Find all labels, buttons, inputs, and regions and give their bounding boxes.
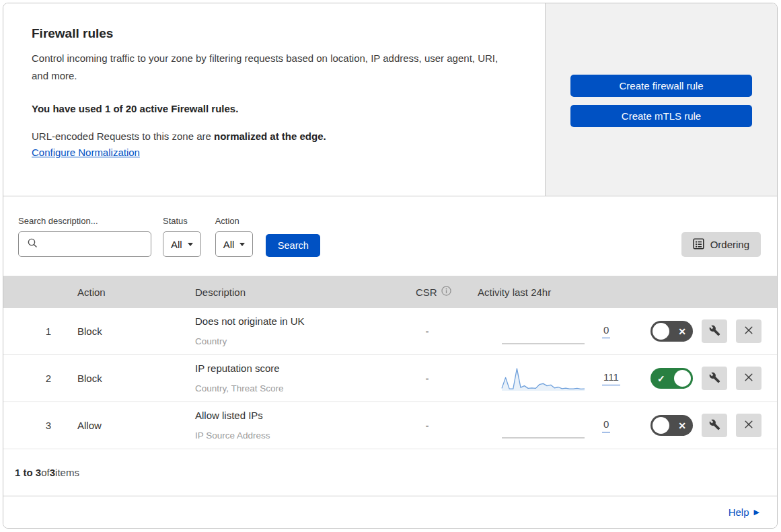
action-dropdown-value: All — [223, 239, 235, 250]
toggle-knob — [653, 417, 669, 434]
rule-controls: ✕ — [629, 319, 777, 343]
configure-normalization-link[interactable]: Configure Normalization — [32, 147, 140, 158]
search-input-box[interactable] — [18, 231, 151, 257]
pagination-range: 1 to 3 — [15, 467, 41, 478]
csr-header-label: CSR — [416, 287, 437, 298]
rule-action: Allow — [64, 420, 182, 431]
actions-panel: Create firewall rule Create mTLS rule — [546, 3, 777, 196]
delete-rule-button[interactable] — [736, 319, 761, 343]
chevron-down-icon — [188, 243, 193, 246]
close-icon — [743, 372, 754, 385]
wrench-icon — [709, 325, 720, 338]
rule-fields: IP Source Address — [195, 427, 394, 445]
ordering-button-label: Ordering — [710, 239, 749, 250]
rule-csr: - — [394, 420, 461, 431]
rule-enabled-toggle[interactable]: ✕ — [650, 415, 693, 436]
search-icon — [27, 237, 38, 251]
filter-bar: Search description... Status All Action … — [3, 196, 777, 276]
help-link-label: Help — [729, 506, 749, 518]
rule-description-cell: Does not originate in UK Country — [182, 313, 394, 350]
toggle-state-icon: ✓ — [657, 374, 665, 383]
table-row: 3 Allow Allow listed IPs IP Source Addre… — [3, 402, 777, 449]
toggle-knob — [674, 370, 691, 387]
create-firewall-rule-button[interactable]: Create firewall rule — [570, 75, 752, 97]
activity-sparkline — [501, 365, 585, 392]
wrench-icon — [709, 372, 720, 385]
pagination-total: 3 — [50, 467, 55, 478]
usage-summary: You have used 1 of 20 active Firewall ru… — [32, 103, 517, 114]
action-label: Action — [215, 216, 254, 226]
activity-count-link[interactable]: 111 — [602, 371, 620, 385]
page-description: Control incoming traffic to your zone by… — [32, 50, 513, 85]
action-dropdown[interactable]: All — [215, 231, 254, 257]
pagination-of: of — [41, 467, 50, 478]
status-label: Status — [163, 216, 201, 226]
edit-rule-button[interactable] — [702, 414, 727, 437]
rule-priority: 2 — [3, 373, 64, 384]
table-body: 1 Block Does not originate in UK Country… — [3, 308, 777, 449]
rule-enabled-toggle[interactable]: ✕ — [650, 321, 693, 342]
column-header-activity: Activity last 24hr — [461, 287, 629, 298]
rule-controls: ✓ — [629, 367, 777, 390]
rule-activity-cell: 111 — [461, 365, 629, 392]
normalization-note-text: URL-encoded Requests to this zone are — [32, 130, 214, 142]
delete-rule-button[interactable] — [736, 414, 761, 437]
activity-count-link[interactable]: 0 — [602, 324, 610, 338]
firewall-rules-panel: Firewall rules Control incoming traffic … — [3, 3, 778, 529]
ordering-button[interactable]: Ordering — [681, 232, 761, 257]
table-header-row: Action Description CSR Activity last 24h… — [3, 276, 777, 308]
column-header-action: Action — [64, 287, 182, 298]
toggle-state-icon: ✕ — [678, 421, 686, 430]
arrow-right-icon: ▶ — [754, 508, 759, 516]
delete-rule-button[interactable] — [736, 367, 761, 390]
rule-description: Allow listed IPs — [195, 407, 394, 424]
rule-csr: - — [394, 373, 461, 384]
rule-description-cell: Allow listed IPs IP Source Address — [182, 407, 394, 445]
info-icon[interactable] — [441, 286, 451, 298]
ordering-list-icon — [693, 238, 704, 252]
rule-enabled-toggle[interactable]: ✓ — [650, 368, 693, 389]
rule-fields: Country — [195, 333, 394, 350]
column-header-csr: CSR — [394, 286, 461, 298]
table-row: 2 Block IP reputation score Country, Thr… — [3, 355, 777, 402]
edit-rule-button[interactable] — [702, 319, 727, 343]
toggle-knob — [653, 323, 669, 340]
status-dropdown[interactable]: All — [163, 231, 201, 257]
table-row: 1 Block Does not originate in UK Country… — [3, 308, 777, 355]
close-icon — [743, 325, 754, 338]
rules-table: Action Description CSR Activity last 24h… — [3, 276, 777, 449]
wrench-icon — [709, 419, 720, 432]
rule-controls: ✕ — [629, 414, 777, 437]
normalization-note: URL-encoded Requests to this zone are no… — [32, 130, 517, 142]
toggle-state-icon: ✕ — [678, 327, 686, 336]
rule-action: Block — [64, 326, 182, 337]
chevron-down-icon — [239, 243, 245, 246]
top-band: Firewall rules Control incoming traffic … — [3, 3, 777, 196]
search-label: Search description... — [18, 216, 151, 226]
column-header-description: Description — [182, 287, 394, 298]
rule-activity-cell: 0 — [461, 318, 629, 345]
activity-sparkline — [501, 412, 585, 439]
rule-priority: 3 — [3, 420, 64, 431]
pagination-items: items — [55, 467, 79, 478]
rule-priority: 1 — [3, 326, 64, 337]
edit-rule-button[interactable] — [702, 367, 727, 390]
status-dropdown-value: All — [171, 239, 182, 250]
rule-activity-cell: 0 — [461, 412, 629, 439]
search-button[interactable]: Search — [266, 234, 320, 257]
search-input[interactable] — [43, 238, 168, 250]
normalization-note-bold: normalized at the edge. — [214, 130, 326, 142]
close-icon — [743, 419, 754, 432]
intro-section: Firewall rules Control incoming traffic … — [3, 3, 546, 196]
rule-description: Does not originate in UK — [195, 313, 394, 330]
help-link[interactable]: Help ▶ — [729, 506, 759, 518]
create-mtls-rule-button[interactable]: Create mTLS rule — [570, 105, 752, 127]
help-footer: Help ▶ — [3, 496, 777, 528]
rule-action: Block — [64, 373, 182, 384]
status-filter-field: Status All — [163, 216, 201, 257]
page-title: Firewall rules — [32, 26, 517, 41]
rule-description: IP reputation score — [195, 360, 394, 377]
pagination-bar: 1 to 3 of 3 items — [3, 449, 777, 496]
activity-sparkline — [501, 318, 585, 345]
activity-count-link[interactable]: 0 — [602, 418, 610, 432]
